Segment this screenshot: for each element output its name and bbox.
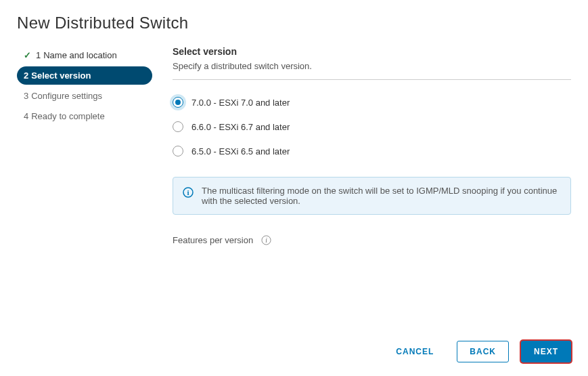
step-label: Select version: [31, 70, 91, 81]
cancel-button[interactable]: CANCEL: [385, 341, 445, 362]
step-label: Configure settings: [31, 91, 102, 101]
radio-label: 7.0.0 - ESXi 7.0 and later: [191, 98, 290, 108]
info-icon: i: [183, 187, 194, 198]
step-number: 3: [24, 91, 28, 101]
radio-icon: [173, 146, 183, 156]
step-number: 2: [24, 70, 28, 81]
step-label: Ready to complete: [31, 111, 104, 121]
wizard-steps: ✓ 1 Name and location 2 Select version 3…: [17, 46, 152, 245]
step-number: 1: [36, 50, 41, 60]
next-button[interactable]: NEXT: [521, 341, 571, 362]
dialog-footer: CANCEL BACK NEXT: [385, 341, 571, 362]
radio-icon: [173, 121, 183, 132]
radio-label: 6.6.0 - ESXi 6.7 and later: [191, 122, 290, 132]
wizard-step-ready-complete: 4 Ready to complete: [17, 107, 152, 125]
radio-label: 6.5.0 - ESXi 6.5 and later: [191, 146, 290, 156]
check-icon: ✓: [24, 50, 32, 60]
version-option-700[interactable]: 7.0.0 - ESXi 7.0 and later: [173, 97, 571, 108]
features-per-version-row: Features per version i: [173, 235, 571, 245]
info-text: The multicast filtering mode on the swit…: [202, 186, 561, 206]
version-radio-group: 7.0.0 - ESXi 7.0 and later 6.6.0 - ESXi …: [173, 97, 571, 156]
wizard-step-select-version[interactable]: 2 Select version: [17, 66, 152, 85]
section-title: Select version: [173, 46, 571, 57]
step-label: Name and location: [43, 50, 116, 60]
step-number: 4: [24, 111, 28, 121]
main-panel: Select version Specify a distributed swi…: [152, 46, 571, 245]
new-distributed-switch-dialog: New Distributed Switch ✓ 1 Name and loca…: [0, 0, 588, 245]
back-button[interactable]: BACK: [457, 341, 509, 362]
info-banner: i The multicast filtering mode on the sw…: [173, 177, 571, 215]
dialog-title: New Distributed Switch: [0, 0, 588, 46]
radio-icon: [173, 97, 183, 108]
wizard-step-name-location[interactable]: ✓ 1 Name and location: [17, 46, 152, 64]
features-label: Features per version: [173, 235, 253, 245]
wizard-step-configure-settings: 3 Configure settings: [17, 87, 152, 105]
svg-text:i: i: [265, 237, 267, 244]
svg-text:i: i: [187, 188, 189, 196]
dialog-content: ✓ 1 Name and location 2 Select version 3…: [0, 46, 588, 245]
version-option-660[interactable]: 6.6.0 - ESXi 6.7 and later: [173, 121, 571, 132]
help-icon[interactable]: i: [261, 235, 271, 245]
version-option-650[interactable]: 6.5.0 - ESXi 6.5 and later: [173, 146, 571, 156]
section-description: Specify a distributed switch version.: [173, 61, 571, 80]
